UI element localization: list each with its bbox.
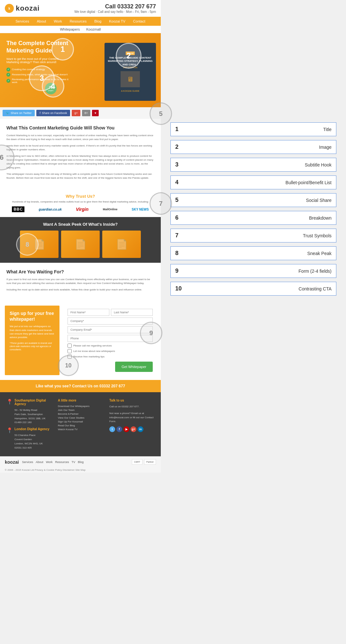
hero-title: The Complete Content Marketing Guide	[6, 40, 71, 55]
bottom-nav-tv[interactable]: TV	[72, 460, 76, 464]
skynews-logo: SKY NEWS	[132, 208, 149, 211]
last-name-input[interactable]	[111, 309, 153, 316]
share-count[interactable]: 8+	[82, 110, 90, 116]
footer-col3-text: Call us on 03332 207 677.	[109, 405, 154, 409]
checkbox-tips: Receive free marketing tips	[68, 355, 153, 359]
bottom-nav-resources[interactable]: Resources	[55, 460, 69, 464]
youtube-social-icon[interactable]: ▶	[123, 426, 129, 432]
hero-section: The Complete Content Marketing Guide Wan…	[0, 33, 161, 107]
annotation-10: 10 Contrasting CTA	[170, 282, 336, 296]
bottom-badges: CERT Partner	[132, 459, 156, 465]
footer-link-whitepapers[interactable]: Download Our Whitepapers	[58, 405, 103, 408]
nav-koozai-tv[interactable]: Koozai TV	[105, 17, 129, 26]
nav-work[interactable]: Work	[50, 17, 66, 26]
footer-phone1: 01489 222 180	[14, 421, 51, 425]
footer-main: 📍 Southampton Digital Agency 50 - 52 Bot…	[0, 392, 161, 456]
social-bar: 🐦 Share on Twitter f Share on Facebook g…	[0, 107, 161, 119]
location-icon-2: 📍	[6, 427, 13, 450]
content-section: What This Content Marketing Guide Will S…	[0, 119, 161, 189]
subnav-koozmall[interactable]: Koozmall	[86, 27, 101, 31]
content-text-3: nt Marketing isn't new to SEO either, of…	[6, 154, 154, 170]
subnav-whitepapers[interactable]: Whitepapers	[60, 27, 80, 31]
twitter-social-icon[interactable]: t	[109, 426, 115, 432]
annotation-label-5: Social Share	[306, 198, 332, 203]
sneak-image-3: 📄	[102, 231, 141, 258]
bottom-nav-blog[interactable]: Blog	[78, 460, 84, 464]
footer-col3-email: Not near a phone? Email us at info@kooza…	[109, 412, 154, 424]
annotation-label-6: Breakdown	[309, 215, 332, 221]
circle-10: 10	[58, 355, 79, 376]
footer-address2-line2: Covent Garden	[14, 438, 50, 442]
footer-col1-title2: London Digital Agency	[14, 427, 50, 431]
twitter-share-button[interactable]: 🐦 Share on Twitter	[3, 110, 35, 116]
facebook-share-button[interactable]: f Share on Facebook	[36, 110, 70, 116]
first-name-input[interactable]	[68, 309, 109, 316]
gplus-social-icon[interactable]: g+	[131, 426, 136, 432]
signup-section: Sign up for your free whitepaper! We put…	[0, 301, 161, 380]
footer-link-partner[interactable]: Become A Partner	[58, 412, 103, 415]
checkbox-services-input[interactable]	[68, 344, 72, 348]
get-whitepaper-button[interactable]: Get Whitepaper	[115, 362, 153, 372]
bottom-nav-about[interactable]: About	[36, 460, 43, 464]
annotation-label-7: Trust Symbols	[303, 233, 332, 238]
pinterest-share-button[interactable]: ♥	[92, 110, 99, 116]
waiting-section: What Are You Waiting For? If you want to…	[0, 263, 161, 301]
sub-nav: Whitepapers Koozmall	[0, 26, 161, 33]
bullet-1: Creating the content strategy	[6, 67, 74, 72]
address-southampton: Southampton Digital Agency 50 - 52 Botle…	[14, 399, 51, 425]
footer-link-tv[interactable]: Watch Koozai TV	[58, 428, 103, 431]
annotation-number-10: 10	[175, 285, 185, 292]
footer-address-2: 📍 London Digital Agency 53 Chandos Place…	[6, 427, 51, 450]
gplus-share-button[interactable]: g+	[72, 110, 80, 116]
signup-text: We put a lot into our whitepapers so tha…	[10, 325, 55, 339]
twitter-label: Share on Twitter	[11, 111, 32, 115]
annotation-3: 3 Subtitle Hook	[170, 158, 336, 172]
bullet-3: Reviewing performance and what to do to …	[6, 77, 74, 84]
nav-blog[interactable]: Blog	[90, 17, 105, 26]
phone-number: Call 03332 207 677	[74, 3, 156, 10]
annotation-number-5: 5	[175, 197, 185, 204]
annotation-label-8: Sneak Peak	[307, 251, 332, 256]
hero-bullets: Creating the content strategy Researchin…	[6, 67, 74, 84]
site-header: k koozai Call 03332 207 677 We love digi…	[0, 0, 161, 17]
bottom-nav-services[interactable]: Services	[22, 460, 33, 464]
form-phone-row	[68, 335, 153, 342]
form-company-row	[68, 317, 153, 325]
bottom-nav-work[interactable]: Work	[46, 460, 53, 464]
copyright-bar: © 2006 - 2015 Koozai Ltd Privacy & Cooki…	[0, 467, 161, 473]
checkbox-services-label: Please call me regarding services	[73, 344, 112, 347]
footer-address2-line3: London, WC2N 4HS, UK	[14, 442, 50, 446]
annotation-6: 6 Breakdown	[170, 211, 336, 225]
nav-services[interactable]: Services	[12, 17, 33, 26]
main-nav[interactable]: Services About Work Resources Blog Kooza…	[0, 17, 161, 26]
circle-2: 2	[116, 43, 141, 69]
nav-contact[interactable]: Contact	[129, 17, 149, 26]
company-input[interactable]	[68, 317, 153, 325]
footer-link-team[interactable]: Join Our Team	[58, 409, 103, 412]
nav-about[interactable]: About	[33, 17, 50, 26]
checkbox-tips-label: Receive free marketing tips	[73, 355, 105, 358]
signup-left-panel: Sign up for your free whitepaper! We put…	[5, 306, 59, 375]
nav-resources[interactable]: Resources	[66, 17, 91, 26]
cta-bar: Like what you see? Contact Us on 03332 2…	[0, 380, 161, 392]
phone-input[interactable]	[68, 335, 153, 342]
footer-link-blog[interactable]: Read Our Blog	[58, 424, 103, 427]
linkedin-social-icon[interactable]: in	[138, 426, 143, 432]
facebook-social-icon[interactable]: f	[116, 426, 122, 432]
facebook-icon: f	[40, 111, 41, 115]
annotation-8: 8 Sneak Peak	[170, 246, 336, 260]
footer-col2-title: A little more	[58, 399, 103, 402]
guardian-logo: guardian.co.uk	[39, 208, 62, 211]
signup-title: Sign up for your free whitepaper!	[10, 310, 55, 322]
footer-link-koozmall[interactable]: Sign Up For Koozmall	[58, 420, 103, 423]
footer-col-address: 📍 Southampton Digital Agency 50 - 52 Bot…	[6, 399, 51, 450]
checkbox-whitepapers-input[interactable]	[68, 349, 72, 353]
cert-badge-1: CERT	[132, 459, 142, 465]
footer-link-case-studies[interactable]: View Our Case Studies	[58, 416, 103, 419]
waiting-text-2: Including the most up-to-date advice and…	[6, 288, 154, 292]
trust-subtitle: Hundreds of top brands, companies and me…	[6, 200, 154, 203]
bullet-2: Researching ideas, what works and what d…	[6, 72, 74, 77]
annotation-number-9: 9	[175, 268, 185, 274]
annotation-number-7: 7	[175, 232, 185, 239]
bottom-nav: koozai Services About Work Resources TV …	[0, 456, 161, 467]
